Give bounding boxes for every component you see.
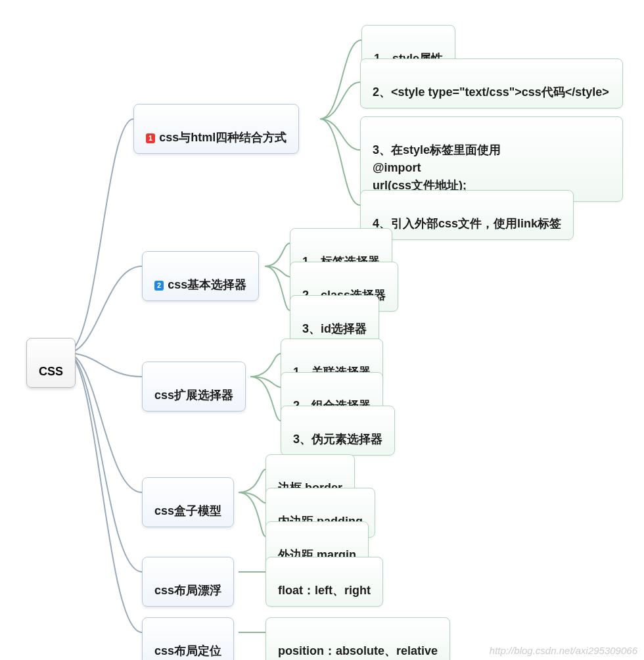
leaf-id-selector: 3、id选择器 <box>290 295 379 345</box>
branch-position: css布局定位 <box>142 617 234 660</box>
leaf-label: 3、在style标签里面使用 @import url(css文件地址); <box>373 143 501 192</box>
branch-label: css盒子模型 <box>154 504 221 517</box>
leaf-label: 4、引入外部css文件，使用link标签 <box>373 217 561 230</box>
badge-1: 1 <box>146 133 155 143</box>
leaf-label: float：left、right <box>278 584 371 597</box>
leaf-label: position：absolute、relative <box>278 644 438 657</box>
leaf-pseudo-selector: 3、伪元素选择器 <box>281 406 395 456</box>
branch-basic-selector: 2css基本选择器 <box>142 251 259 301</box>
branch-float: css布局漂浮 <box>142 557 234 607</box>
leaf-label: 2、<style type="text/css">css代码</style> <box>373 85 609 99</box>
leaf-float: float：left、right <box>265 557 383 607</box>
leaf-style-tag: 2、<style type="text/css">css代码</style> <box>360 59 623 108</box>
branch-label: css基本选择器 <box>168 278 246 291</box>
branch-box-model: css盒子模型 <box>142 477 234 527</box>
branch-label: css扩展选择器 <box>154 389 233 402</box>
leaf-import-url: 3、在style标签里面使用 @import url(css文件地址); <box>360 116 623 202</box>
root-label: CSS <box>39 365 63 378</box>
leaf-label: 3、id选择器 <box>302 322 367 335</box>
branch-label: css布局漂浮 <box>154 584 221 597</box>
branch-css-html-combine: 1css与html四种结合方式 <box>133 104 299 154</box>
branch-extended-selector: css扩展选择器 <box>142 362 246 412</box>
branch-label: css与html四种结合方式 <box>159 131 287 144</box>
leaf-position: position：absolute、relative <box>265 617 450 660</box>
badge-2: 2 <box>154 281 164 291</box>
root-node: CSS <box>26 338 76 388</box>
leaf-label: 3、伪元素选择器 <box>293 433 382 446</box>
watermark-text: http://blog.csdn.net/axi295309066 <box>490 645 637 656</box>
branch-label: css布局定位 <box>154 644 221 657</box>
